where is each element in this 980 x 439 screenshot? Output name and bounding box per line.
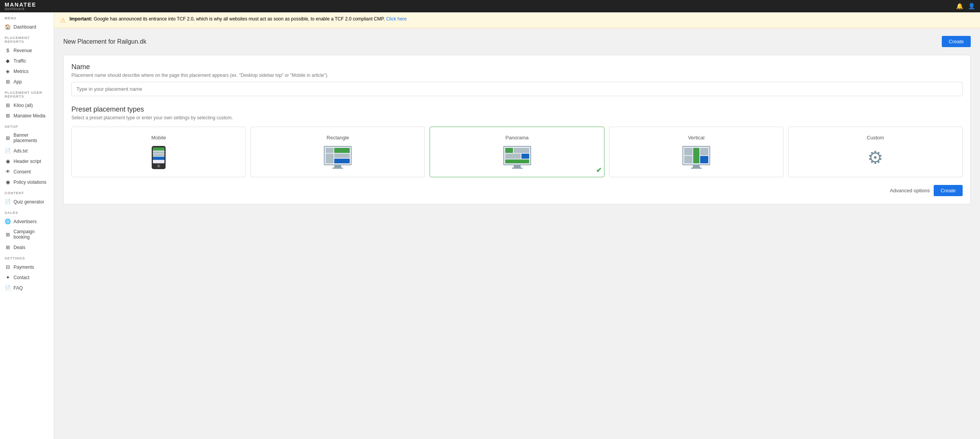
preset-section: Preset placement types Select a preset p… (71, 105, 963, 196)
campaign-icon: ⊞ (5, 232, 11, 237)
sidebar-item-manatee-media-label: Manatee Media (14, 113, 46, 119)
name-section-title: Name (71, 63, 963, 71)
name-section: Name Placement name should describe wher… (71, 63, 963, 105)
preset-card-mobile[interactable]: Mobile (71, 127, 246, 177)
kiloo-icon: ⊞ (5, 102, 11, 108)
sidebar-item-campaign-booking[interactable]: ⊞ Campaign booking (0, 227, 54, 242)
sidebar-item-traffic[interactable]: ◆ Traffic (0, 56, 54, 66)
sidebar-item-ads-txt[interactable]: 📄 Ads.txt (0, 146, 54, 156)
app-icon: ⊞ (5, 79, 11, 85)
sidebar-item-header-script[interactable]: ◉ Header script (0, 156, 54, 166)
sidebar-item-dashboard-label: Dashboard (14, 24, 36, 30)
preset-card-panorama[interactable]: Panorama (430, 127, 604, 177)
warning-icon: ⚠ (60, 17, 66, 24)
sidebar-item-header-label: Header script (14, 159, 41, 164)
top-bar-icons: 🔔 👤 (956, 3, 975, 10)
alert-bold: Important: (69, 16, 92, 22)
sidebar-item-metrics-label: Metrics (14, 69, 29, 74)
selected-check: ✔ (596, 166, 602, 175)
dollar-icon: $ (5, 47, 11, 53)
sidebar-item-kiloo[interactable]: ⊞ Kiloo (all) (0, 100, 54, 110)
create-button-top[interactable]: Create (942, 36, 971, 47)
banner-icon: ⊞ (5, 135, 11, 141)
preset-card-rectangle-label: Rectangle (327, 135, 349, 141)
sidebar-item-banner-label: Banner placements (14, 132, 49, 143)
page-header: New Placement for Railgun.dk Create (63, 36, 971, 47)
sidebar-item-deals[interactable]: ⊞ Deals (0, 242, 54, 253)
sidebar-item-contact-label: Contact (14, 275, 29, 280)
consent-icon: 👁 (5, 169, 11, 175)
name-section-desc: Placement name should describe where on … (71, 73, 963, 78)
page-title: New Placement for Railgun.dk (63, 38, 146, 45)
sidebar-item-contact[interactable]: ✦ Contact (0, 272, 54, 283)
preset-card-panorama-label: Panorama (506, 135, 529, 141)
vertical-visual (682, 146, 710, 169)
gear-icon: ⚙ (867, 147, 883, 168)
create-button-bottom[interactable]: Create (934, 185, 963, 196)
sidebar-item-policy-label: Policy violations (14, 180, 46, 185)
sidebar-item-policy-violations[interactable]: ◉ Policy violations (0, 177, 54, 187)
adstxt-icon: 📄 (5, 148, 11, 154)
contact-icon: ✦ (5, 275, 11, 280)
top-bar: MANATEE dashboard 🔔 👤 (0, 0, 980, 12)
metrics-icon: ◈ (5, 68, 11, 74)
preset-card-rectangle[interactable]: Rectangle (251, 127, 425, 177)
alert-message: Google has announced its entrance into T… (94, 16, 386, 22)
preset-section-desc: Select a preset placement type or enter … (71, 115, 963, 120)
bottom-actions: Advanced options Create (71, 185, 963, 196)
preset-card-vertical[interactable]: Vertical (609, 127, 784, 177)
alert-text: Important: Google has announced its entr… (69, 16, 407, 22)
sidebar-item-quiz-label: Quiz generator (14, 199, 44, 205)
notification-icon[interactable]: 🔔 (956, 3, 963, 10)
sidebar-item-traffic-label: Traffic (14, 58, 26, 64)
setup-label: SETUP (0, 121, 54, 130)
policy-icon: ◉ (5, 179, 11, 185)
payments-icon: ⊟ (5, 264, 11, 270)
sidebar-item-app-label: App (14, 79, 22, 85)
sidebar-item-quiz-generator[interactable]: 📄 Quiz generator (0, 197, 54, 207)
alert-link[interactable]: Click here (386, 16, 406, 22)
sidebar-item-revenue[interactable]: $ Revenue (0, 45, 54, 56)
logo-subtitle: dashboard (5, 7, 36, 11)
sidebar-item-faq[interactable]: 📄 FAQ (0, 283, 54, 293)
header-icon: ◉ (5, 158, 11, 164)
mobile-visual (152, 146, 166, 169)
sidebar-item-consent-label: Consent (14, 169, 31, 175)
preset-card-vertical-label: Vertical (688, 135, 704, 141)
content-label: CONTENT (0, 187, 54, 197)
preset-card-custom-label: Custom (867, 135, 884, 141)
preset-cards: Mobile (71, 127, 963, 177)
sidebar-item-advertisers[interactable]: 🌐 Advertisers (0, 216, 54, 227)
preset-card-custom[interactable]: Custom ⚙ (788, 127, 963, 177)
manatee-icon: ⊞ (5, 113, 11, 119)
sidebar-item-adstxt-label: Ads.txt (14, 148, 28, 154)
preset-section-title: Preset placement types (71, 105, 963, 114)
user-icon[interactable]: 👤 (968, 3, 975, 10)
page-content-area: New Placement for Railgun.dk Create Name… (54, 28, 980, 439)
alert-banner: ⚠ Important: Google has announced its en… (54, 12, 980, 28)
sidebar-item-payments[interactable]: ⊟ Payments (0, 262, 54, 272)
sidebar-item-consent[interactable]: 👁 Consent (0, 166, 54, 177)
settings-label: SETTINGS (0, 253, 54, 262)
sidebar-item-campaign-label: Campaign booking (14, 229, 49, 240)
advanced-options-link[interactable]: Advanced options (890, 188, 930, 193)
home-icon: 🏠 (5, 24, 11, 30)
sidebar-item-revenue-label: Revenue (14, 48, 32, 53)
sidebar-item-manatee-media[interactable]: ⊞ Manatee Media (0, 110, 54, 121)
sidebar-item-dashboard[interactable]: 🏠 Dashboard (0, 22, 54, 32)
placement-reports-label: PLACEMENT REPORTS (0, 32, 54, 45)
sidebar-item-payments-label: Payments (14, 264, 34, 270)
panorama-visual (503, 146, 531, 169)
preset-card-mobile-label: Mobile (151, 135, 166, 141)
sidebar-item-faq-label: FAQ (14, 285, 23, 291)
quiz-icon: 📄 (5, 199, 11, 205)
name-input[interactable] (71, 82, 963, 96)
sidebar-item-advertisers-label: Advertisers (14, 219, 37, 224)
sidebar-item-deals-label: Deals (14, 245, 25, 250)
sidebar-item-banner-placements[interactable]: ⊞ Banner placements (0, 130, 54, 146)
sidebar-item-app[interactable]: ⊞ App (0, 76, 54, 87)
sidebar-item-metrics[interactable]: ◈ Metrics (0, 66, 54, 76)
menu-section-label: MENU (0, 12, 54, 22)
main-content: ⚠ Important: Google has announced its en… (54, 12, 980, 439)
sales-label: SALES (0, 207, 54, 216)
